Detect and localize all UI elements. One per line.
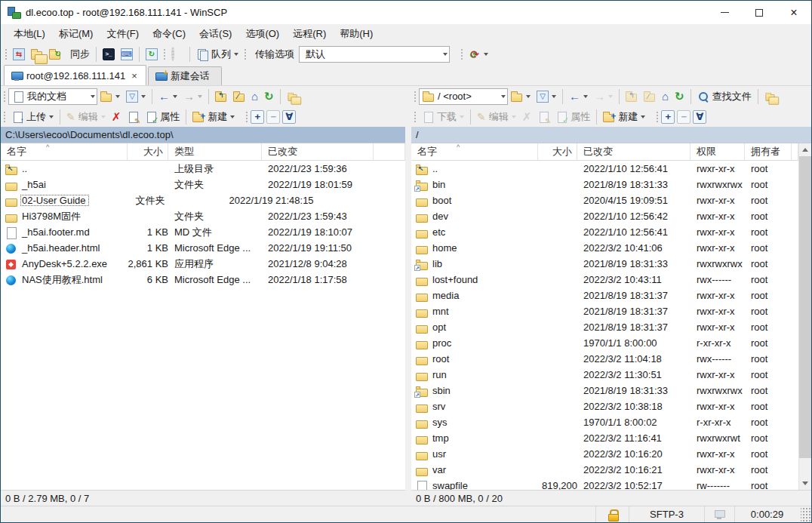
remote-root-dir-button[interactable]: ∕ <box>641 88 659 106</box>
local-filter-button[interactable]: ▽ <box>123 88 149 106</box>
file-row[interactable]: usr2022/3/2 10:16:20rwxr-xr-xroot <box>411 446 798 462</box>
resize-grip[interactable] <box>801 506 811 522</box>
invert-selection-button[interactable]: ∀ <box>693 110 706 124</box>
open-terminal-button[interactable]: >_ <box>100 45 118 63</box>
open-console-button[interactable]: ⌨ <box>118 45 136 63</box>
column-header-4[interactable]: 拥有者 <box>745 143 792 160</box>
file-row[interactable]: run2022/3/2 11:30:51rwxr-xr-xroot <box>411 367 798 383</box>
file-row[interactable]: lost+found2022/3/2 10:43:11rwx------root <box>411 272 798 288</box>
column-header-1[interactable]: 大小 <box>538 143 577 160</box>
remote-scrollbar[interactable] <box>798 143 811 490</box>
file-row[interactable]: var2022/3/2 10:16:21rwxr-xr-xroot <box>411 462 798 478</box>
minimize-button[interactable] <box>707 1 742 24</box>
connection-panel[interactable] <box>704 506 734 522</box>
remote-filter-button[interactable]: ▽ <box>534 88 559 106</box>
toolbar-grip[interactable] <box>3 111 6 123</box>
menu-item-3[interactable]: 命令(C) <box>146 25 192 43</box>
unselect-files-button[interactable]: − <box>266 110 280 124</box>
menu-item-1[interactable]: 标记(M) <box>52 25 100 43</box>
local-properties-button[interactable]: 属性 <box>142 108 183 126</box>
file-row[interactable]: 02-User Guide文件夹2022/1/19 21:48:15 <box>1 192 405 208</box>
local-rename-button[interactable]: ✎ <box>124 108 142 126</box>
toolbar-grip[interactable] <box>5 48 8 60</box>
local-home-dir-button[interactable]: ⌂ <box>248 88 261 106</box>
column-header-3[interactable]: 已改变 <box>262 143 374 160</box>
transfer-preset-combo[interactable]: 默认 <box>299 46 450 63</box>
download-button[interactable]: 下载 <box>419 108 467 126</box>
menu-item-4[interactable]: 会话(S) <box>192 25 238 43</box>
remote-new-button[interactable]: 新建 <box>600 108 648 126</box>
toolbar-grip[interactable] <box>656 111 659 123</box>
remote-path-bar[interactable]: / <box>411 127 811 143</box>
file-row[interactable]: etc2022/1/10 12:56:41rwxr-xr-xroot <box>411 224 798 240</box>
remote-edit-button[interactable]: ✎编辑 <box>474 108 519 126</box>
session-tab-1[interactable]: 新建会话 <box>148 66 222 85</box>
file-row[interactable]: _h5ai.footer.md1 KBMD 文件2022/1/19 18:10:… <box>1 224 405 240</box>
local-drive-combo[interactable]: 我的文档 <box>8 88 97 105</box>
column-header-1[interactable]: 大小 <box>128 143 168 160</box>
sync-browsing-button[interactable] <box>28 45 46 63</box>
local-refresh-button[interactable]: ↻ <box>261 88 277 106</box>
local-back-button[interactable]: ← <box>155 88 180 106</box>
local-forward-button[interactable]: → <box>180 88 205 106</box>
maximize-button[interactable] <box>742 1 777 24</box>
menu-item-7[interactable]: 帮助(H) <box>333 25 380 43</box>
file-row[interactable]: home2022/3/2 10:41:06rwxr-xr-xroot <box>411 240 798 256</box>
file-row[interactable]: proc1970/1/1 8:00:00r-xr-xr-xroot <box>411 335 798 351</box>
file-row[interactable]: srv2022/3/2 10:38:18rwxr-xr-xroot <box>411 398 798 414</box>
file-row[interactable]: boot2020/4/15 19:09:51rwxr-xr-xroot <box>411 192 798 208</box>
remote-home-dir-button[interactable]: ⌂ <box>659 88 672 106</box>
local-root-dir-button[interactable]: ∕ <box>230 88 248 106</box>
file-row[interactable]: ↗sbin2021/8/19 18:31:33rwxrwxrwxroot <box>411 383 798 398</box>
toolbar-grip[interactable] <box>244 48 247 60</box>
local-path-bar[interactable]: C:\Users\ecoo\Documents\dl.ecoo.top\ <box>1 127 405 143</box>
preferences-button[interactable] <box>168 45 186 63</box>
file-row[interactable]: sys1970/1/1 8:00:02r-xr-xr-xroot <box>411 414 798 430</box>
remote-open-dir-button[interactable] <box>508 88 534 106</box>
file-row[interactable]: ↗lib2021/8/19 18:31:33rwxrwxrwxroot <box>411 256 798 272</box>
remote-back-button[interactable]: ← <box>566 88 591 106</box>
file-row[interactable]: NAS使用教程.html6 KBMicrosoft Edge ...2022/1… <box>1 272 405 288</box>
file-row[interactable]: tmp2022/3/2 11:16:41rwxrwxrwtroot <box>411 430 798 446</box>
upload-button[interactable]: 上传 <box>8 108 57 126</box>
select-files-button[interactable]: + <box>661 110 675 124</box>
remote-copy-path-button[interactable] <box>761 88 780 106</box>
tab-close-icon[interactable]: × <box>130 70 139 82</box>
scrollbar-thumb[interactable] <box>799 156 811 458</box>
column-header-2[interactable]: 类型 <box>168 143 262 160</box>
file-row[interactable]: ↖..上级目录2022/1/23 1:59:36 <box>1 161 405 177</box>
toolbar-grip[interactable] <box>245 111 248 123</box>
scroll-down-icon[interactable] <box>799 477 811 490</box>
local-open-dir-button[interactable] <box>97 88 123 106</box>
encryption-panel[interactable] <box>595 506 629 522</box>
select-files-button[interactable]: + <box>251 110 264 124</box>
file-row[interactable]: media2021/8/19 18:31:37rwxr-xr-xroot <box>411 288 798 303</box>
queue-button[interactable]: 队列 <box>193 45 241 63</box>
remote-rename-button[interactable]: ✎ <box>534 108 552 126</box>
toolbar-grip[interactable] <box>414 91 417 103</box>
unselect-files-button[interactable]: − <box>677 110 691 124</box>
toolbar-grip[interactable] <box>163 48 166 60</box>
menu-item-2[interactable]: 文件(F) <box>100 25 146 43</box>
pane-splitter[interactable] <box>405 86 411 506</box>
refresh-session-button[interactable]: ↻ <box>143 45 161 63</box>
menu-item-0[interactable]: 本地(L) <box>7 25 52 43</box>
file-row[interactable]: swapfile819,2002022/3/2 10:52:17rw------… <box>411 478 798 490</box>
toolbar-grip[interactable] <box>460 48 463 60</box>
local-copy-path-button[interactable] <box>284 88 302 106</box>
file-row[interactable]: dev2022/1/10 12:56:42rwxr-xr-xroot <box>411 208 798 224</box>
protocol-panel[interactable]: SFTP-3 <box>629 506 704 522</box>
toolbar-grip[interactable] <box>414 111 417 123</box>
scroll-up-icon[interactable] <box>799 143 811 156</box>
transfer-settings-button[interactable]: ⟳ <box>466 45 491 63</box>
remote-refresh-button[interactable]: ↻ <box>672 88 687 106</box>
remote-parent-dir-button[interactable]: ↰ <box>623 88 641 106</box>
session-tab-0[interactable]: root@192.168.111.141× <box>4 65 146 85</box>
refresh-folders-button[interactable] <box>46 45 64 63</box>
file-row[interactable]: ↗bin2021/8/19 18:31:33rwxrwxrwxroot <box>411 177 798 192</box>
remote-forward-button[interactable]: → <box>591 88 616 106</box>
menu-item-6[interactable]: 远程(R) <box>286 25 333 43</box>
file-row[interactable]: mnt2021/8/19 18:31:37rwxr-xr-xroot <box>411 303 798 319</box>
menu-item-5[interactable]: 选项(O) <box>238 25 286 43</box>
find-files-button[interactable]: 查找文件 <box>694 88 755 106</box>
